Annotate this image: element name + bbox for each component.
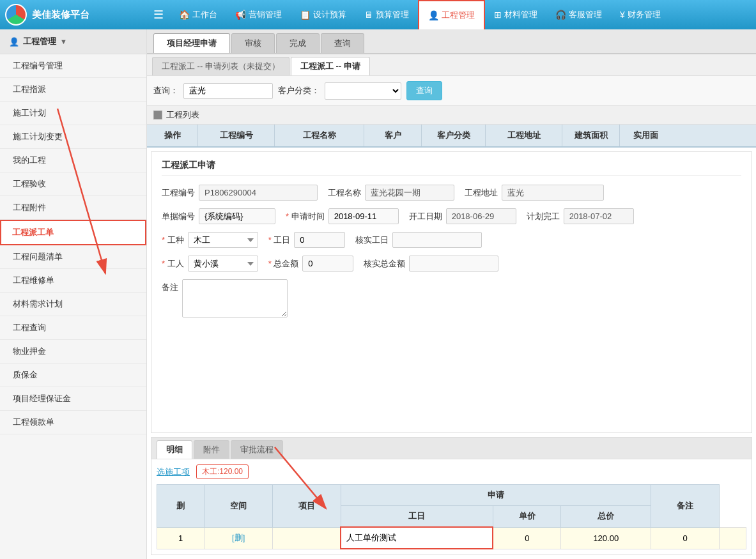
field-project-addr: 工程地址 (465, 185, 604, 201)
form-row-3: 工种 木工 工日 核实工日 (162, 232, 741, 248)
worker-select[interactable]: 黄小溪 (188, 256, 258, 272)
nav-materials[interactable]: ⊞ 材料管理 (485, 0, 546, 29)
layout: 👤 工程管理 ▼ 工程编号管理 工程指派 施工计划 施工计划变更 我的工程 工程… (0, 29, 756, 559)
th-project-name: 工程名称 (275, 125, 364, 146)
notes-textarea[interactable] (182, 279, 288, 318)
brand: 美佳装修平台 (0, 4, 147, 26)
th-use-area: 实用面 (620, 125, 671, 146)
query-button[interactable]: 查询 (406, 81, 442, 100)
detail-row-1: 1 [删] 人工单价测试 0 120.00 0 (157, 527, 746, 549)
sidebar-item-query[interactable]: 工程查询 (0, 316, 146, 340)
main-tabs: 项目经理申请 审核 完成 查询 (147, 29, 756, 54)
project-no-input[interactable] (199, 185, 318, 201)
sub-tab-apply[interactable]: 工程派工 -- 申请 (291, 57, 370, 75)
service-icon: 🎧 (555, 10, 566, 20)
row1-unitprice: 120.00 (561, 527, 651, 549)
tab-pm-apply[interactable]: 项目经理申请 (153, 33, 230, 53)
nav-service[interactable]: 🎧 客服管理 (546, 0, 611, 29)
main-scroll: 工程派工申请 工程编号 工程名称 工程地址 (147, 148, 756, 559)
detail-tab-detail[interactable]: 明细 (157, 440, 192, 459)
core-total-input[interactable] (409, 256, 498, 272)
th-project-no: 工程编号 (198, 125, 275, 146)
project-no-label: 工程编号 (162, 187, 195, 199)
project-name-input[interactable] (365, 185, 454, 201)
user-icon: 👤 (9, 37, 19, 47)
nav-items: 🏠 工作台 📢 营销管理 📋 设计预算 🖥 预算管理 👤 工程管理 ⊞ 材料管理… (170, 0, 756, 29)
th-apply-group: 申请 (341, 485, 651, 506)
sidebar-item-dispatch[interactable]: 工程指派 (0, 78, 146, 102)
form-row-4: 工人 黄小溪 总金额 核实总金额 (162, 256, 741, 272)
nav-engineering[interactable]: 👤 工程管理 (418, 0, 485, 29)
th-space: 空间 (204, 485, 273, 528)
section-header: 工程列表 (147, 106, 756, 125)
work-days-input[interactable] (294, 232, 345, 248)
row1-item: 人工单价测试 (341, 527, 493, 549)
form-row-2: 单据编号 申请时间 开工日期 计划完工 (162, 208, 741, 224)
row1-space (273, 527, 341, 549)
field-work-type: 工种 木工 (162, 232, 258, 248)
sidebar-item-deposit[interactable]: 物业押金 (0, 340, 146, 364)
sidebar-item-maintenance[interactable]: 工程维修单 (0, 269, 146, 293)
sidebar-item-issue-list[interactable]: 工程问题清单 (0, 245, 146, 269)
worker-label: 工人 (162, 258, 184, 270)
nav-marketing[interactable]: 📢 营销管理 (226, 0, 291, 29)
th-total: 总价 (561, 506, 651, 528)
field-core-work-days: 核实工日 (355, 232, 482, 248)
select-construction-btn[interactable]: 选施工项 (157, 466, 190, 478)
total-amount-input[interactable] (302, 256, 353, 272)
field-project-no: 工程编号 (162, 185, 318, 201)
nav-finance[interactable]: ¥ 财务管理 (611, 0, 670, 29)
sidebar-item-construction[interactable]: 施工计划 (0, 102, 146, 125)
design-icon: 📋 (300, 10, 311, 20)
sidebar-item-material-plan[interactable]: 材料需求计划 (0, 293, 146, 316)
sidebar-item-work-order[interactable]: 工程派工单 (0, 220, 146, 245)
sub-tab-list[interactable]: 工程派工 -- 申请列表（未提交） (152, 57, 289, 75)
sidebar-item-payment[interactable]: 工程领款单 (0, 411, 146, 434)
apply-time-input[interactable] (328, 208, 399, 224)
plan-finish-input[interactable] (564, 208, 634, 224)
work-type-label: 工种 (162, 234, 184, 246)
sidebar-item-warranty[interactable]: 质保金 (0, 364, 146, 387)
tab-query[interactable]: 查询 (321, 33, 364, 53)
nav-design[interactable]: 📋 设计预算 (291, 0, 355, 29)
sidebar-item-pm-deposit[interactable]: 项目经理保证金 (0, 387, 146, 411)
query-label: 查询： (153, 85, 178, 96)
brand-logo (5, 4, 27, 26)
row1-total: 0 (651, 527, 720, 549)
project-addr-input[interactable] (502, 185, 604, 201)
order-no-label: 单据编号 (162, 211, 195, 222)
sidebar-item-acceptance[interactable]: 工程验收 (0, 172, 146, 196)
detail-tab-approval[interactable]: 审批流程 (231, 440, 283, 459)
search-input[interactable] (183, 83, 273, 99)
th-category: 客户分类 (422, 125, 486, 146)
row1-delete[interactable]: [删] (204, 527, 273, 549)
hamburger-icon[interactable]: ☰ (147, 8, 170, 22)
sub-tabs: 工程派工 -- 申请列表（未提交） 工程派工 -- 申请 (147, 54, 756, 76)
sidebar-item-construction-change[interactable]: 施工计划变更 (0, 125, 146, 149)
field-total-amount: 总金额 (268, 256, 354, 272)
sidebar-item-my-project[interactable]: 我的工程 (0, 149, 146, 172)
sidebar-item-project-no[interactable]: 工程编号管理 (0, 54, 146, 78)
form-container: 工程派工申请 工程编号 工程名称 工程地址 (151, 151, 752, 433)
work-days-label: 工日 (268, 234, 291, 246)
checkbox-icon[interactable] (153, 111, 162, 119)
order-no-input[interactable] (199, 208, 275, 224)
marketing-icon: 📢 (235, 10, 246, 20)
detail-tab-attachment[interactable]: 附件 (194, 440, 229, 459)
start-date-input[interactable] (446, 208, 516, 224)
work-type-select[interactable]: 木工 (188, 232, 258, 248)
category-select[interactable] (325, 82, 401, 100)
th-build-area: 建筑面积 (562, 125, 620, 146)
nav-budget[interactable]: 🖥 预算管理 (355, 0, 418, 29)
sidebar-item-attachment[interactable]: 工程附件 (0, 196, 146, 220)
tab-complete[interactable]: 完成 (276, 33, 320, 53)
core-work-days-input[interactable] (392, 232, 482, 248)
tab-review[interactable]: 审核 (231, 33, 275, 53)
nav-workbench[interactable]: 🏠 工作台 (170, 0, 226, 29)
field-worker: 工人 黄小溪 (162, 256, 258, 272)
table-header: 操作 工程编号 工程名称 客户 客户分类 工程地址 建筑面积 实用面 (147, 125, 756, 148)
work-type-badge: 木工:120.00 (196, 464, 249, 479)
th-action: 操作 (147, 125, 198, 146)
total-amount-label: 总金额 (268, 258, 299, 270)
top-nav: 美佳装修平台 ☰ 🏠 工作台 📢 营销管理 📋 设计预算 🖥 预算管理 👤 工程… (0, 0, 756, 29)
